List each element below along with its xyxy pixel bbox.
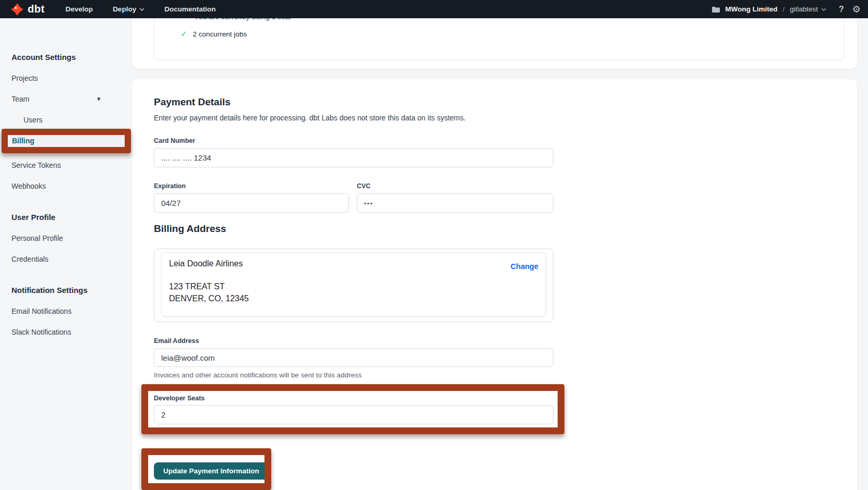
sidebar-item-projects[interactable]: Projects [0,68,132,89]
card-number-label: Card Number [154,137,195,144]
payment-details-description: Enter your payment details here for proc… [154,114,466,122]
breadcrumb-separator: / [782,5,785,13]
nav-documentation[interactable]: Documentation [164,5,215,13]
cvc-input[interactable] [357,193,553,213]
sidebar-item-service-tokens[interactable]: Service Tokens [0,155,132,176]
nav-deploy[interactable]: Deploy [113,5,144,13]
expiration-label: Expiration [154,182,186,190]
payment-details-title: Payment Details [154,96,231,108]
account-switcher[interactable]: MWong Limited [725,5,777,13]
navbar-right: MWong Limited / gitlabtest ? ⚙ [712,5,861,14]
payment-details-card: Payment Details Enter your payment detai… [132,79,857,490]
billing-address-inner-card: Leia Doodle Airlines Change 123 TREAT ST… [161,252,546,316]
sidebar-item-webhooks[interactable]: Webhooks [0,176,132,197]
sidebar-item-users[interactable]: Users [0,109,132,130]
top-navbar: dbt Develop Deploy Documentation MWong L… [0,0,868,18]
sidebar-item-billing[interactable]: Billing [8,134,126,148]
check-icon: ✓ [180,29,187,39]
dbt-logo[interactable]: dbt [10,3,45,16]
change-address-link[interactable]: Change [511,262,538,271]
sidebar-heading-account-settings: Account Settings [0,47,132,68]
sidebar-heading-notification-settings: Notification Settings [0,280,132,301]
project-switcher[interactable]: gitlabtest [790,5,826,13]
billing-address-line2: DENVER, CO, 12345 [169,292,249,304]
developer-seats-input[interactable] [154,405,553,424]
main-content: You are currently using 1 seat ✓ 2 concu… [132,18,857,490]
sidebar-item-credentials[interactable]: Credentials [0,249,132,270]
plan-feature-label: 2 concurrent jobs [193,30,247,38]
expiration-input[interactable] [154,193,349,213]
sidebar-item-billing-block: Billing [0,134,132,155]
billing-address-lines: 123 TREAT ST DENVER, CO, 12345 [169,280,249,304]
brand-name: dbt [28,3,45,15]
card-number-input[interactable] [154,148,553,167]
settings-sidebar: Account Settings Projects Team ▾ Users B… [0,18,132,490]
nav-develop[interactable]: Develop [66,5,93,13]
developer-seats-label: Developer Seats [154,395,204,402]
dbt-logo-icon [10,3,24,16]
cvc-label: CVC [357,182,370,190]
sidebar-item-slack-notifications[interactable]: Slack Notifications [0,322,132,342]
help-icon[interactable]: ? [839,5,844,14]
triangle-down-icon[interactable]: ▾ [97,89,101,109]
sidebar-item-personal-profile[interactable]: Personal Profile [0,228,132,249]
main-nav: Develop Deploy Documentation [66,5,216,13]
sidebar-item-team[interactable]: Team ▾ [0,89,132,109]
seat-usage-note: You are currently using 1 seat [195,18,291,21]
chevron-down-icon [139,8,144,11]
email-address-input[interactable] [154,348,553,367]
folder-icon [712,6,720,13]
billing-address-title: Billing Address [154,223,226,235]
plan-inner-box: You are currently using 1 seat ✓ 2 concu… [154,18,844,60]
gear-icon[interactable]: ⚙ [852,5,861,14]
billing-address-box: Leia Doodle Airlines Change 123 TREAT ST… [154,249,553,322]
email-address-label: Email Address [154,337,199,345]
plan-card: You are currently using 1 seat ✓ 2 concu… [132,18,857,69]
update-payment-button[interactable]: Update Payment Information [154,462,269,480]
sidebar-heading-user-profile: User Profile [0,207,132,228]
email-helper-text: Invoices and other account notifications… [154,371,361,379]
plan-feature-row: ✓ 2 concurrent jobs [180,29,247,39]
billing-address-line1: 123 TREAT ST [169,280,249,292]
billing-company-name: Leia Doodle Airlines [169,259,538,268]
chevron-down-icon [821,8,826,11]
sidebar-item-email-notifications[interactable]: Email Notifications [0,301,132,322]
